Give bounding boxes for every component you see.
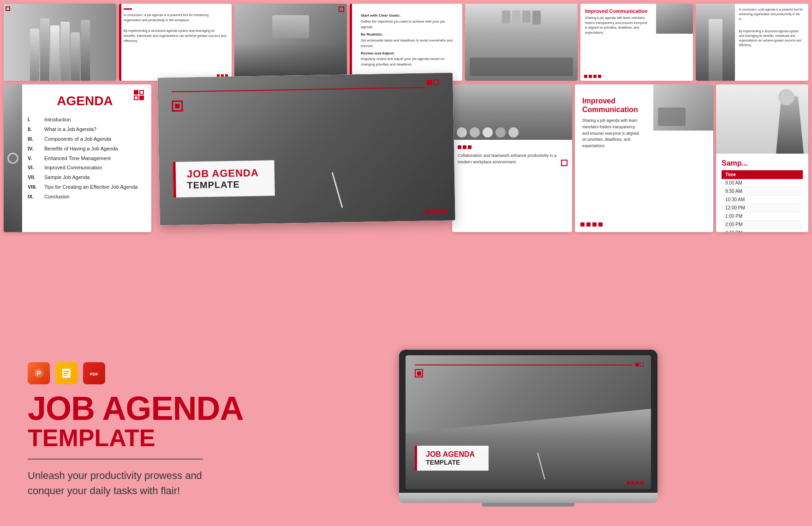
top-slide-conclusion-2[interactable]: In conclusion, a job agenda is a powerfu… <box>696 4 808 81</box>
main-cover-slide[interactable]: JOB AGENDA TEMPLATE <box>157 72 455 225</box>
svg-text:PDF: PDF <box>90 372 99 377</box>
middle-slides-row: AGENDA I.Introduction II.What is a Job A… <box>0 84 812 232</box>
agenda-list: I.Introduction II.What is a Job Agenda? … <box>28 115 142 202</box>
top-slide-team-photo[interactable] <box>4 4 116 81</box>
google-slides-icon[interactable] <box>55 362 78 384</box>
laptop-base <box>399 493 657 503</box>
top-slide-tips[interactable]: Start with Clear Goals: Define the objec… <box>350 4 462 81</box>
svg-rect-5 <box>64 373 68 374</box>
app-icons-row: P PDF <box>28 362 249 384</box>
title-divider <box>28 459 203 460</box>
cover-title-1: JOB AGENDA <box>182 167 265 180</box>
svg-rect-4 <box>64 371 69 372</box>
improved-body: Sharing a job agenda with team members f… <box>585 16 649 35</box>
conclusion-repeat-text: In conclusion, a job agenda is a powerfu… <box>739 7 805 21</box>
top-slides-row: In conclusion, a job agenda is a powerfu… <box>0 0 812 81</box>
schedule-table: Time 9:00 AM 9:30 AM 10:30 AM 12:00 PM 1… <box>722 170 803 232</box>
conclusion-repeat-text2: By implementing a structured agenda syst… <box>739 29 805 47</box>
top-slide-improved-comm[interactable]: Improved Communication Sharing a job age… <box>580 4 693 81</box>
sample-schedule-slide[interactable]: Samp... Time 9:00 AM 9:30 AM 10:30 AM 12… <box>716 84 808 232</box>
pdf-icon[interactable]: PDF <box>83 362 105 384</box>
agenda-slide[interactable]: AGENDA I.Introduction II.What is a Job A… <box>4 84 151 232</box>
laptop-cover-text: JOB AGENDA TEMPLATE <box>415 446 489 471</box>
improved-slide[interactable]: Improved Communication Sharing a job age… <box>575 84 713 232</box>
agenda-slide-title: AGENDA <box>28 94 142 108</box>
top-slide-conclusion[interactable]: In conclusion, a job agenda is a powerfu… <box>119 4 232 81</box>
main-product-title: JOB AGENDA <box>28 392 249 425</box>
improved-title: Improved Communication <box>585 8 649 14</box>
improved-slide-body: Sharing a job agenda with team members f… <box>582 118 641 149</box>
laptop-cover-title1: JOB AGENDA <box>422 450 481 459</box>
conclusion-text2: By implementing a structured agenda syst… <box>124 28 227 44</box>
top-slide-meeting[interactable] <box>465 4 578 81</box>
sample-slide-title: Samp... <box>722 159 803 167</box>
svg-text:P: P <box>36 370 41 377</box>
cover-title-2: TEMPLATE <box>182 179 265 191</box>
cover-text-box: JOB AGENDA TEMPLATE <box>173 160 275 197</box>
laptop-screen-outer: JOB AGENDA TEMPLATE <box>399 350 657 493</box>
svg-rect-6 <box>64 375 67 376</box>
laptop-mockup-container: JOB AGENDA TEMPLATE <box>268 350 789 503</box>
main-product-subtitle: TEMPLATE <box>28 425 249 451</box>
bottom-left-content: P PDF JOB AGENDA TEMPLATE Unleash your p… <box>28 362 249 503</box>
tip-item-1: Start with Clear Goals: Define the objec… <box>361 13 453 30</box>
tip-item-3: Review and Adjust: Regularly review and … <box>361 51 453 68</box>
laptop-mockup: JOB AGENDA TEMPLATE <box>399 350 657 503</box>
laptop-screen-inner: JOB AGENDA TEMPLATE <box>406 355 651 489</box>
improved-slide-title: Improved Communication <box>582 96 641 114</box>
product-tagline: Unleash your productivity prowess and co… <box>28 468 221 498</box>
conclusion-text: In conclusion, a job agenda is a powerfu… <box>124 12 227 23</box>
meeting-photo-slide[interactable]: Collaboration and teamwork enhance produ… <box>452 84 572 232</box>
powerpoint-icon[interactable]: P <box>28 362 50 384</box>
tip-item-2: Be Realistic: Set achievable tasks and d… <box>361 32 453 49</box>
top-slide-handshake[interactable] <box>234 4 347 81</box>
bottom-section: P PDF JOB AGENDA TEMPLATE Unleash your p… <box>0 351 812 526</box>
laptop-cover-title2: TEMPLATE <box>422 459 481 466</box>
